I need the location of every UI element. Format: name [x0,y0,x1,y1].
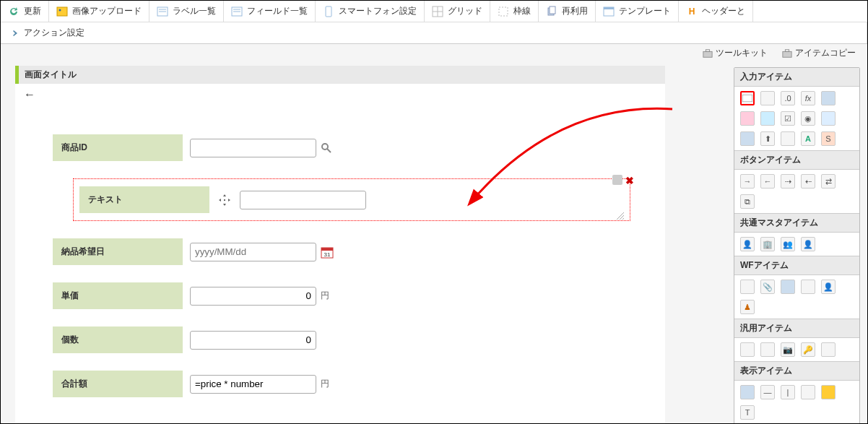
tk-upload-icon[interactable]: ⬆ [760,131,775,146]
image-upload-button[interactable]: 画像アップロード [49,1,149,22]
tk-attach-icon[interactable]: 📎 [760,280,775,294]
tk-group-icon[interactable]: 👥 [781,237,795,251]
svg-rect-19 [783,51,791,57]
tk-radio-icon[interactable]: ◉ [801,111,815,126]
frame-button[interactable]: 枠線 [490,1,539,22]
tk-section-button: ボタンアイテム [734,150,859,170]
tk-stamp-icon[interactable]: S [821,131,836,146]
phone-icon [323,6,334,17]
input-unit-price[interactable] [190,287,316,306]
tk-gen1-icon[interactable] [740,342,755,357]
tk-box-icon[interactable] [801,385,815,399]
row-total: 合計額 円 [53,371,665,397]
tk-section-general: 汎用アイテム [734,319,859,338]
template-button[interactable]: テンプレート [596,1,679,22]
resize-handle[interactable] [617,212,624,219]
tk-text-input-icon[interactable] [740,91,755,105]
toolkit-tabs: ツールキット アイテムコピー [698,44,860,62]
tk-btn-prev-icon[interactable]: ← [760,174,775,189]
tk-btn-submit-icon[interactable]: ⇢ [781,174,795,189]
tk-btn-back-icon[interactable]: ⇠ [801,174,815,189]
item-delete-icon[interactable]: ✖ [625,175,634,186]
toolbox-icon [782,48,792,59]
tk-text-icon[interactable]: T [740,405,755,420]
tk-gen5-icon[interactable] [821,342,836,357]
refresh-icon [8,6,19,17]
tab-item-copy[interactable]: アイテムコピー [782,47,856,59]
svg-point-21 [322,144,328,150]
field-list-button[interactable]: フィールド一覧 [224,1,316,22]
screen-title-bar: 画面タイトル [15,66,665,84]
tk-checkbox-icon[interactable]: ☑ [781,111,795,126]
tk-btn-copy-icon[interactable]: ⧉ [740,194,755,209]
main-area: ツールキット アイテムコピー 画面タイトル ← 商品ID [1,44,867,423]
label-unit-price: 単価 [53,282,183,309]
grid-button[interactable]: グリッド [425,1,490,22]
suffix-yen: 円 [321,290,329,302]
input-text-field[interactable] [240,191,366,209]
toolbox-icon [703,48,713,59]
item-config-icon[interactable] [612,175,622,185]
grid-icon [432,6,443,17]
label-list-button[interactable]: ラベル一覧 [149,1,224,22]
header-and-label: ヘッダーと [702,5,745,17]
calendar-icon[interactable]: 31 [321,246,334,259]
row-delivery-date: 納品希望日 31 [53,238,665,265]
move-icon[interactable] [218,194,231,207]
tk-textarea-icon[interactable] [760,111,775,126]
update-button[interactable]: 更新 [1,1,49,22]
tk-select-icon[interactable] [821,111,836,126]
tk-image-icon[interactable] [821,385,836,399]
tk-decimal-icon[interactable]: .0 [781,91,795,105]
tk-btn-link-icon[interactable]: ⇄ [821,174,836,189]
tk-user-icon[interactable]: 👤 [740,237,755,251]
tk-datetime-icon[interactable] [740,111,755,126]
row-product-id: 商品ID [53,134,665,161]
search-icon[interactable] [321,142,332,154]
tk-line-icon[interactable]: — [760,385,775,399]
tk-number-icon[interactable] [760,91,775,105]
tk-disp1-icon[interactable] [740,385,755,399]
row-quantity: 個数 [53,326,665,353]
svg-rect-17 [703,51,712,57]
frame-label: 枠線 [513,5,531,17]
template-icon [603,6,615,17]
tk-date-icon[interactable] [821,91,836,105]
action-settings-button[interactable]: アクション設定 [1,22,867,43]
tk-section-wf: WFアイテム [734,256,859,275]
row-unit-price: 単価 円 [53,282,665,309]
tk-richtext-icon[interactable]: A [801,131,815,146]
input-quantity[interactable] [190,331,316,350]
input-total[interactable] [190,375,316,394]
tab-toolkit[interactable]: ツールキット [703,47,768,59]
tk-org-icon[interactable]: 🏢 [760,237,775,251]
tk-function-icon[interactable]: fx [801,91,815,105]
smartphone-settings-button[interactable]: スマートフォン設定 [316,1,425,22]
svg-rect-26 [742,95,752,102]
tk-list-icon[interactable] [740,131,755,146]
tk-section-master: 共通マスタアイテム [734,213,859,233]
label-list-label: ラベル一覧 [173,5,216,17]
tk-wf1-icon[interactable] [740,280,755,294]
svg-rect-8 [326,7,331,17]
dropped-text-item[interactable]: ✖ テキスト [73,178,630,221]
svg-rect-12 [499,7,508,16]
tk-user2-icon[interactable]: 👤 [801,237,815,251]
tk-wf3-icon[interactable] [781,280,795,294]
input-delivery-date[interactable] [190,243,316,261]
tk-gen2-icon[interactable] [760,342,775,357]
tk-key-icon[interactable]: 🔑 [801,342,815,357]
back-arrow[interactable]: ← [15,84,44,105]
tk-camera-icon[interactable]: 📷 [781,342,795,357]
tk-btn-next-icon[interactable]: → [740,174,755,189]
action-settings-label: アクション設定 [24,27,84,39]
header-and-button[interactable]: H ヘッダーと [679,1,753,22]
tk-wf5-icon[interactable]: 👤 [821,280,836,294]
tk-wf6-icon[interactable]: ♟ [740,300,755,314]
tk-wf4-icon[interactable] [801,280,815,294]
reuse-button[interactable]: 再利用 [539,1,596,22]
tk-table-icon[interactable] [781,131,795,146]
tab-item-copy-label: アイテムコピー [795,47,856,59]
input-product-id[interactable] [190,139,316,157]
tk-vline-icon[interactable]: | [781,385,795,399]
